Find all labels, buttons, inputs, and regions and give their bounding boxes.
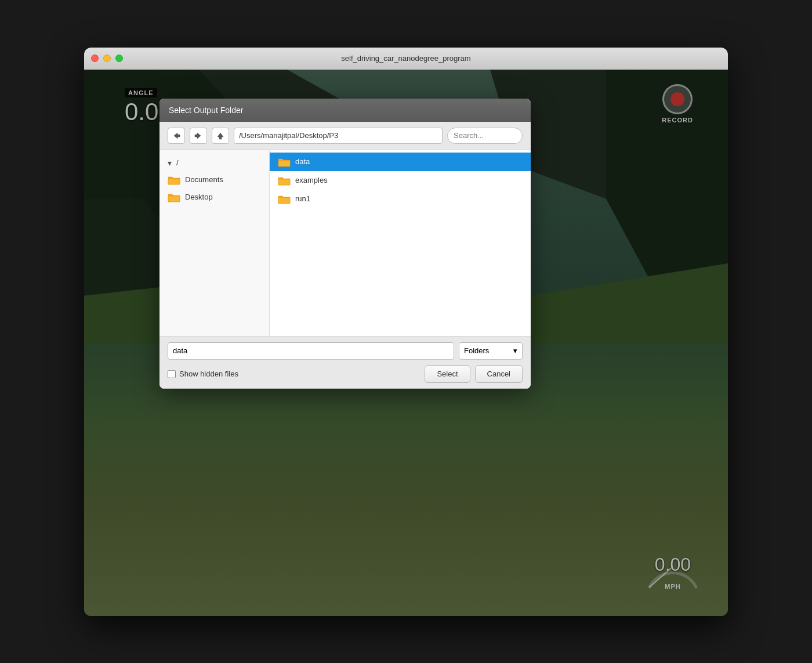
left-item-root-label: /	[176, 158, 179, 167]
path-input[interactable]	[234, 128, 443, 144]
forward-icon	[194, 132, 202, 140]
file-dialog: Select Output Folder	[160, 99, 531, 389]
simulation-viewport: ANGLE 0.00° RECORD 0.00 MPH	[84, 70, 728, 616]
filename-input[interactable]	[168, 342, 454, 360]
right-item-examples[interactable]: examples	[270, 171, 531, 190]
svg-marker-12	[195, 133, 201, 139]
svg-marker-13	[217, 133, 223, 139]
window-title: self_driving_car_nanodegree_program	[341, 54, 470, 63]
svg-marker-11	[174, 133, 180, 139]
svg-rect-14	[168, 179, 180, 184]
show-hidden-text: Show hidden files	[179, 369, 238, 378]
folder-icon-data	[278, 157, 291, 167]
svg-rect-16	[278, 161, 290, 166]
close-button[interactable]	[91, 55, 99, 62]
folder-icon-examples	[278, 175, 291, 186]
folder-icon-documents	[168, 175, 180, 185]
back-button[interactable]	[168, 128, 185, 144]
svg-rect-18	[278, 198, 290, 204]
right-item-examples-label: examples	[295, 176, 328, 184]
filter-chevron-icon: ▾	[513, 346, 517, 355]
dialog-title: Select Output Folder	[160, 99, 531, 122]
right-item-data[interactable]: data	[270, 153, 531, 171]
titlebar: self_driving_car_nanodegree_program	[84, 48, 728, 70]
cancel-button[interactable]: Cancel	[475, 365, 523, 383]
footer-row2: Show hidden files Select Cancel	[168, 365, 523, 383]
footer-row1: Folders ▾	[168, 342, 523, 360]
right-panel: data examples	[270, 150, 531, 336]
left-panel: ▾ / Documents	[160, 150, 270, 336]
dialog-body: ▾ / Documents	[160, 150, 531, 336]
filter-select[interactable]: Folders ▾	[459, 342, 523, 360]
left-item-root[interactable]: ▾ /	[160, 155, 269, 171]
app-window: self_driving_car_nanodegree_program	[84, 48, 728, 616]
dialog-toolbar	[160, 122, 531, 150]
select-button[interactable]: Select	[425, 365, 470, 383]
folder-icon-desktop	[168, 192, 180, 202]
arrow-icon: ▾	[168, 158, 172, 168]
forward-button[interactable]	[190, 128, 207, 144]
up-icon	[216, 132, 224, 140]
show-hidden-checkbox[interactable]	[168, 370, 176, 378]
svg-rect-15	[168, 196, 180, 202]
left-item-desktop[interactable]: Desktop	[160, 189, 269, 206]
right-item-data-label: data	[295, 157, 310, 166]
dialog-footer: Folders ▾ Show hidden files Select Cance…	[160, 336, 531, 389]
dialog-overlay: Select Output Folder	[84, 70, 728, 616]
back-icon	[172, 132, 180, 140]
minimize-button[interactable]	[103, 55, 111, 62]
btn-group: Select Cancel	[425, 365, 523, 383]
left-item-documents[interactable]: Documents	[160, 171, 269, 189]
up-button[interactable]	[212, 128, 229, 144]
search-input[interactable]	[447, 128, 523, 144]
svg-rect-17	[278, 179, 290, 185]
left-item-documents-label: Documents	[185, 175, 223, 184]
right-item-run1-label: run1	[295, 194, 310, 203]
right-item-run1[interactable]: run1	[270, 190, 531, 208]
left-item-desktop-label: Desktop	[185, 193, 213, 201]
maximize-button[interactable]	[115, 55, 123, 62]
filter-label: Folders	[464, 346, 489, 355]
folder-icon-run1	[278, 194, 291, 204]
traffic-lights	[91, 55, 123, 62]
show-hidden-label[interactable]: Show hidden files	[168, 369, 238, 378]
